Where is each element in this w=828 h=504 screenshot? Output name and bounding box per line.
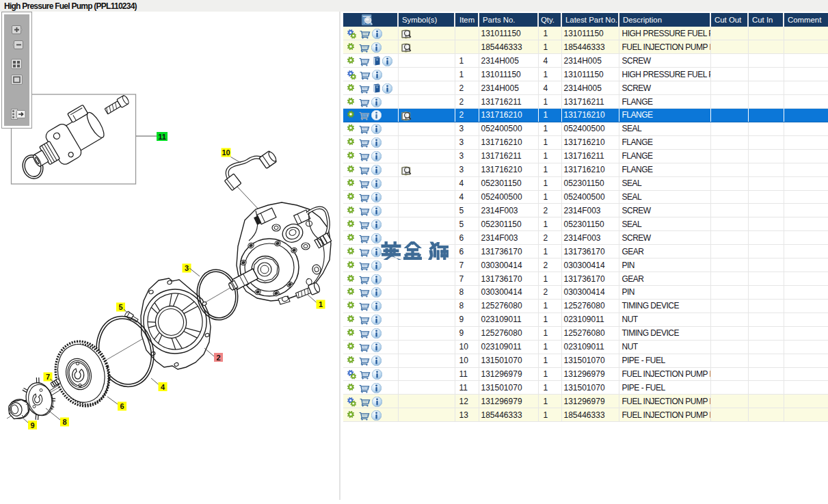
- svg-text:11: 11: [158, 133, 166, 141]
- svg-text:9: 9: [30, 421, 34, 429]
- svg-text:6: 6: [120, 402, 124, 410]
- svg-text:10: 10: [222, 148, 230, 157]
- svg-text:3: 3: [185, 264, 189, 272]
- svg-text:5: 5: [118, 303, 122, 311]
- svg-text:4: 4: [161, 383, 165, 391]
- svg-text:8: 8: [62, 418, 66, 426]
- svg-text:1: 1: [319, 300, 323, 308]
- svg-text:2: 2: [216, 354, 220, 362]
- svg-text:7: 7: [46, 373, 50, 381]
